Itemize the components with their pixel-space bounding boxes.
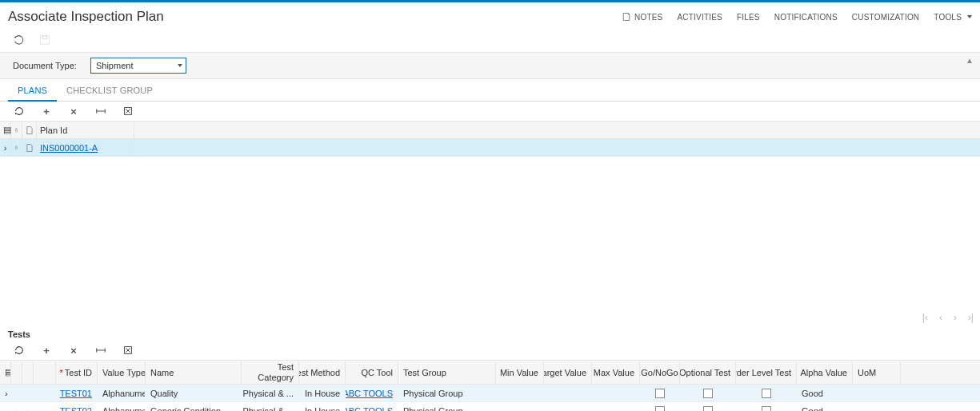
cell-uom xyxy=(853,402,901,411)
pager-next[interactable]: › xyxy=(954,312,957,323)
cell-min-value xyxy=(496,402,544,411)
pager-last[interactable]: ›| xyxy=(968,312,974,323)
fit-icon xyxy=(95,106,106,117)
cell-qc-tool[interactable]: ABC TOOLS xyxy=(346,402,398,411)
pager-first[interactable]: |‹ xyxy=(922,312,928,323)
cell-test-method: In House xyxy=(299,402,346,411)
col-expand: ▤ xyxy=(0,122,11,138)
fit-button[interactable] xyxy=(94,105,107,118)
tests-row[interactable]: TEST02 Alphanumeric Generic Condition Ph… xyxy=(0,402,980,411)
row-attach[interactable] xyxy=(11,385,22,401)
header: Associate Inspection Plan NOTES ACTIVITI… xyxy=(0,2,980,31)
tests-fit-button[interactable] xyxy=(94,344,107,357)
col-test-group[interactable]: Test Group xyxy=(398,361,496,384)
panel-collapse-button[interactable]: ▲ xyxy=(966,56,974,65)
pager-prev[interactable]: ‹ xyxy=(939,312,942,323)
cell-name: Generic Condition xyxy=(146,402,242,411)
checkbox-icon[interactable] xyxy=(762,389,771,398)
col-optional-test[interactable]: Optional Test xyxy=(680,361,736,384)
checkbox-icon[interactable] xyxy=(703,406,713,412)
plans-empty-area xyxy=(0,157,980,309)
refresh-button[interactable] xyxy=(13,105,26,118)
tests-add-button[interactable]: + xyxy=(40,344,53,357)
plan-id-link[interactable]: INS0000001-A xyxy=(40,143,98,153)
clip-icon xyxy=(16,406,17,412)
col-min-value[interactable]: Min Value xyxy=(496,361,544,384)
notes-link[interactable]: NOTES xyxy=(622,12,662,22)
row-expand[interactable] xyxy=(0,402,11,411)
doc-type-select[interactable]: Shipment xyxy=(90,58,186,74)
customization-link[interactable]: CUSTOMIZATION xyxy=(852,13,919,22)
plan-id-cell[interactable]: INS0000001-A xyxy=(37,139,134,156)
col-qc-tool[interactable]: QC Tool xyxy=(346,361,398,384)
col-alpha-value[interactable]: Alpha Value xyxy=(797,361,853,384)
tests-header: ▤ *Test ID Value Type Name Test Category… xyxy=(0,361,980,385)
checkbox-icon[interactable] xyxy=(655,389,665,398)
col-test-category[interactable]: Test Category xyxy=(242,361,299,384)
undo-button[interactable] xyxy=(10,33,27,47)
clip-icon xyxy=(14,126,18,135)
col-test-id[interactable]: *Test ID xyxy=(56,361,98,384)
add-button[interactable]: + xyxy=(40,105,53,118)
col-order-level-test[interactable]: Order Level Test xyxy=(736,361,797,384)
plans-row[interactable]: › INS0000001-A xyxy=(0,139,980,157)
col-name[interactable]: Name xyxy=(146,361,242,384)
export-button[interactable] xyxy=(122,105,134,118)
row-doc[interactable] xyxy=(22,385,34,401)
cell-test-id[interactable]: TEST02 xyxy=(56,402,98,411)
files-link[interactable]: FILES xyxy=(737,13,760,22)
tabs: PLANS CHECKLIST GROUP xyxy=(0,79,980,102)
row-attach[interactable] xyxy=(11,402,22,411)
refresh-icon xyxy=(14,345,25,356)
col-target-value[interactable]: Target Value xyxy=(544,361,592,384)
clip-icon xyxy=(16,368,17,377)
activities-link[interactable]: ACTIVITIES xyxy=(677,13,722,22)
refresh-icon xyxy=(14,106,25,117)
fit-icon xyxy=(95,345,106,356)
tests-delete-button[interactable]: × xyxy=(67,344,80,357)
cell-value-type: Alphanumeric xyxy=(98,385,146,401)
cell-order-level-test[interactable] xyxy=(736,402,797,411)
checkbox-icon[interactable] xyxy=(762,406,771,412)
notifications-link[interactable]: NOTIFICATIONS xyxy=(774,13,838,22)
doc-icon xyxy=(27,389,28,398)
tools-link[interactable]: TOOLS xyxy=(934,13,972,22)
col-uom[interactable]: UoM xyxy=(853,361,901,384)
cell-gonogo[interactable] xyxy=(640,385,680,401)
cell-qc-tool[interactable]: ABC TOOLS xyxy=(346,385,398,401)
col-test-method[interactable]: Test Method xyxy=(299,361,346,384)
clip-icon xyxy=(16,389,17,398)
tests-refresh-button[interactable] xyxy=(13,344,26,357)
cell-order-level-test[interactable] xyxy=(736,385,797,401)
row-doc[interactable] xyxy=(22,402,34,411)
tab-checklist[interactable]: CHECKLIST GROUP xyxy=(57,79,162,101)
col-plan-id[interactable]: Plan Id xyxy=(37,122,134,138)
row-expand[interactable]: › xyxy=(0,385,11,401)
tests-title: Tests xyxy=(0,326,980,341)
cell-test-id[interactable]: TEST01 xyxy=(56,385,98,401)
cell-optional-test[interactable] xyxy=(680,402,736,411)
col-max-value[interactable]: Max Value xyxy=(592,361,640,384)
notes-icon xyxy=(622,12,631,22)
doc-type-label: Document Type: xyxy=(13,61,77,70)
cell-test-method: In House xyxy=(299,385,346,401)
tests-export-button[interactable] xyxy=(122,344,134,357)
cell-min-value xyxy=(496,385,544,401)
cell-gonogo[interactable] xyxy=(640,402,680,411)
export-icon xyxy=(122,106,134,117)
tests-row[interactable]: › TEST01 Alphanumeric Quality Physical &… xyxy=(0,385,980,402)
row-doc[interactable] xyxy=(22,139,37,156)
cell-value-type: Alphanumeric xyxy=(98,402,146,411)
col-gonogo[interactable]: Go/NoGo xyxy=(640,361,680,384)
row-attach[interactable] xyxy=(11,139,22,156)
cell-optional-test[interactable] xyxy=(680,385,736,401)
tab-plans[interactable]: PLANS xyxy=(8,79,57,102)
plans-header: ▤ Plan Id xyxy=(0,122,980,139)
delete-button[interactable]: × xyxy=(67,105,80,118)
checkbox-icon[interactable] xyxy=(655,406,665,412)
row-expand[interactable]: › xyxy=(0,139,11,156)
col-value-type[interactable]: Value Type xyxy=(98,361,146,384)
cell-alpha-value: Good xyxy=(797,385,853,401)
doc-icon xyxy=(26,143,33,153)
checkbox-icon[interactable] xyxy=(703,389,713,398)
